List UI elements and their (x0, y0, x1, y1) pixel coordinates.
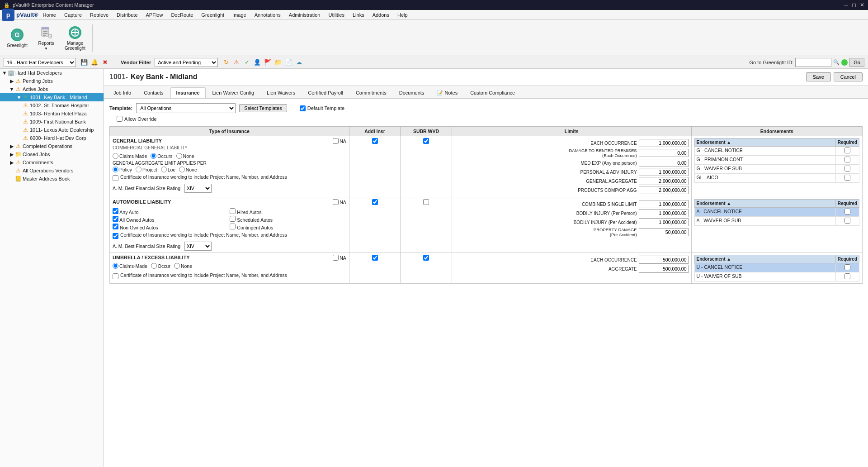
completed-toggle[interactable]: ▶ (9, 143, 14, 149)
gl-loc-label[interactable]: Loc (161, 167, 175, 172)
gl-end-3-checkbox[interactable] (844, 175, 850, 181)
tab-commitments[interactable]: Commitments (350, 87, 392, 98)
commitments-toggle[interactable]: ▶ (9, 160, 14, 166)
auto-scheduled-label[interactable]: Scheduled Autos (230, 216, 346, 223)
tab-job-info[interactable]: Job Info (108, 87, 137, 98)
umb-addl-checkbox[interactable] (372, 255, 378, 261)
auto-limit-2-input[interactable] (639, 218, 689, 226)
auto-end-0-checkbox[interactable] (844, 209, 850, 214)
umb-limit-0-input[interactable] (639, 256, 689, 264)
gl-subr-checkbox[interactable] (423, 138, 429, 144)
umb-none-radio[interactable] (174, 263, 180, 269)
gl-project-radio[interactable] (136, 167, 142, 172)
gl-policy-radio[interactable] (113, 167, 118, 172)
sidebar-item-1011[interactable]: ⚠ 1011- Lexus Auto Dealership (0, 126, 104, 134)
gl-na-checkbox[interactable] (333, 138, 339, 144)
gl-occurs-label[interactable]: Occurs (151, 153, 172, 159)
sidebar-item-hard-hat[interactable]: ▼ 🏢 Hard Hat Developers (0, 69, 104, 77)
gl-none-radio[interactable] (176, 153, 182, 159)
gl-am-best-select[interactable]: XIV (184, 184, 212, 193)
gl-policy-label[interactable]: Policy (113, 167, 132, 172)
menu-annotations[interactable]: Annotations (251, 11, 284, 19)
menu-distribute[interactable]: Distribute (113, 11, 141, 19)
gl-claims-made-label[interactable]: Claims Made (113, 153, 147, 159)
sidebar-item-all-ops[interactable]: ⚠ All Operations Vendors (0, 167, 104, 175)
gl-none-label[interactable]: None (176, 153, 194, 159)
auto-am-best-select[interactable]: XIV (184, 242, 212, 251)
manage-greenlight-btn[interactable]: Manage Greenlight (61, 22, 89, 54)
refresh-icon[interactable]: ↻ (222, 58, 231, 67)
search-icon[interactable]: 🔍 (833, 59, 840, 65)
umb-cert-checkbox[interactable] (113, 273, 118, 279)
cloud-icon[interactable]: ☁ (294, 58, 303, 67)
org-select[interactable]: 16 - Hard Hat Developers (4, 58, 76, 67)
gl-addl-checkbox[interactable] (372, 138, 378, 144)
restore-btn[interactable]: ◻ (852, 2, 856, 8)
sidebar-item-master[interactable]: 📒 Master Address Book (0, 175, 104, 183)
sidebar-item-1009[interactable]: ⚠ 1009- First National Bank (0, 118, 104, 126)
gl-none2-radio[interactable] (179, 167, 185, 172)
menu-greenlight[interactable]: Greenlight (198, 11, 228, 19)
menu-retrieve[interactable]: Retrieve (86, 11, 112, 19)
go-button[interactable]: Go (849, 58, 864, 67)
umb-subr-checkbox[interactable] (423, 255, 429, 261)
minimize-btn[interactable]: ─ (844, 2, 848, 8)
gl-none2-label[interactable]: None (179, 167, 197, 172)
closed-toggle[interactable]: ▶ (9, 152, 14, 157)
doc-icon[interactable]: 📄 (284, 58, 293, 67)
delete-icon[interactable]: ✖ (100, 58, 109, 67)
auto-contingent-checkbox[interactable] (230, 224, 236, 229)
pending-toggle[interactable]: ▶ (9, 78, 14, 84)
close-btn[interactable]: ✕ (860, 2, 864, 8)
cancel-button[interactable]: Cancel (834, 72, 863, 81)
save-button[interactable]: Save (806, 72, 831, 81)
auto-any-checkbox[interactable] (113, 208, 118, 214)
tab-certified-payroll[interactable]: Certified Payroll (302, 87, 349, 98)
gl-limit-2-input[interactable] (639, 159, 689, 167)
menu-home[interactable]: Home (39, 11, 60, 19)
gl-project-label[interactable]: Project (136, 167, 157, 172)
warning-icon[interactable]: ⚠ (232, 58, 241, 67)
umb-claims-made-radio[interactable] (113, 263, 118, 269)
menu-help[interactable]: Help (394, 11, 411, 19)
greenlight-btn[interactable]: G Greenlight (4, 22, 31, 54)
gl-cert-checkbox[interactable] (113, 175, 118, 181)
tab-contacts[interactable]: Contacts (138, 87, 169, 98)
check-icon[interactable]: ✓ (242, 58, 251, 67)
greenlight-id-input[interactable] (795, 58, 831, 67)
sidebar-item-6000[interactable]: ⚠ 6000- Hard Hat Dev Corp (0, 134, 104, 142)
auto-hired-label[interactable]: Hired Autos (230, 208, 346, 215)
umb-occur-label[interactable]: Occur (151, 263, 170, 269)
tab-custom-compliance[interactable]: Custom Compliance (464, 87, 521, 98)
gl-limit-0-input[interactable] (639, 139, 689, 147)
gl-occurs-radio[interactable] (151, 153, 156, 159)
gl-limit-4-input[interactable] (639, 177, 689, 185)
gl-limit-3-input[interactable] (639, 168, 689, 176)
umb-end-0-checkbox[interactable] (844, 264, 850, 270)
auto-limit-3-input[interactable] (639, 228, 689, 236)
sidebar-item-completed[interactable]: ▶ ⚠ Completed Operations (0, 142, 104, 150)
allow-override-checkbox[interactable] (117, 116, 123, 122)
gl-limit-1-input[interactable] (639, 149, 689, 157)
gl-loc-radio[interactable] (161, 167, 167, 172)
auto-na-checkbox[interactable] (333, 199, 339, 205)
sidebar-item-pending[interactable]: ▶ ⚠ Pending Jobs (0, 77, 104, 85)
flag-icon[interactable]: 🚩 (263, 58, 272, 67)
sidebar-item-active-jobs[interactable]: ▼ ⚠ Active Jobs (0, 85, 104, 93)
sidebar-item-1002[interactable]: ⚠ 1002- St. Thomas Hospital (0, 101, 104, 110)
auto-addl-checkbox[interactable] (372, 199, 378, 205)
active-toggle[interactable]: ▼ (9, 86, 14, 92)
sidebar-item-commitments[interactable]: ▶ ⚠ Commitments (0, 158, 104, 167)
auto-all-owned-checkbox[interactable] (113, 216, 118, 222)
auto-limit-0-input[interactable] (639, 200, 689, 208)
job1001-toggle[interactable]: ▼ (16, 95, 22, 100)
sidebar-item-closed[interactable]: ▶ 📁 Closed Jobs (0, 150, 104, 158)
alert-icon[interactable]: 🔔 (90, 58, 99, 67)
vendor-filter-select[interactable]: Active and Pending All Active Pending (155, 58, 218, 67)
menu-links[interactable]: Links (349, 11, 368, 19)
auto-limit-1-input[interactable] (639, 209, 689, 217)
tab-lien-waivers[interactable]: Lien Waivers (261, 87, 301, 98)
menu-administration[interactable]: Administration (285, 11, 324, 19)
save-icon[interactable]: 💾 (80, 58, 89, 67)
tab-insurance[interactable]: Insurance (170, 87, 206, 98)
